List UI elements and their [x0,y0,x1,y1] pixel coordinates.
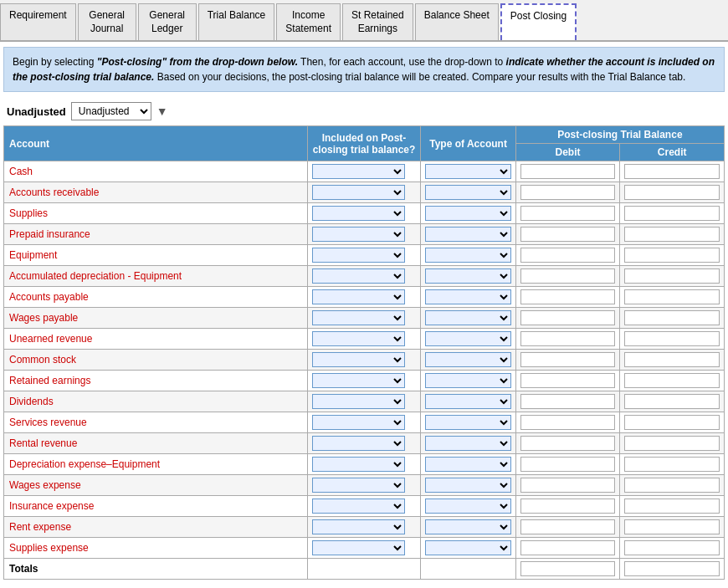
type-select[interactable]: AssetLiabilityEquityRevenueExpense [425,478,510,493]
type-dropdown-cell[interactable]: AssetLiabilityEquityRevenueExpense [421,287,515,308]
credit-cell[interactable] [620,329,725,350]
credit-input[interactable] [624,289,720,304]
credit-input[interactable] [624,268,720,284]
included-dropdown-cell[interactable]: YesNo [307,496,421,517]
included-select[interactable]: YesNo [312,185,406,200]
type-dropdown-cell[interactable]: AssetLiabilityEquityRevenueExpense [421,266,515,287]
debit-cell[interactable] [515,224,620,245]
included-select[interactable]: YesNo [312,248,406,263]
credit-cell[interactable] [620,182,725,203]
debit-input[interactable] [520,457,616,472]
debit-input[interactable] [520,352,616,367]
type-dropdown-cell[interactable]: AssetLiabilityEquityRevenueExpense [421,203,515,224]
credit-input[interactable] [624,331,720,346]
debit-input[interactable] [520,436,616,451]
credit-cell[interactable] [620,517,725,538]
credit-input[interactable] [624,394,720,409]
credit-input[interactable] [624,415,720,430]
credit-input[interactable] [624,519,720,534]
tab-balance-sheet[interactable]: Balance Sheet [415,3,499,40]
debit-input[interactable] [520,499,616,514]
type-dropdown-cell[interactable]: AssetLiabilityEquityRevenueExpense [421,496,515,517]
credit-input[interactable] [624,185,720,200]
included-dropdown-cell[interactable]: YesNo [307,182,421,203]
debit-cell[interactable] [515,329,620,350]
credit-input[interactable] [624,164,720,179]
type-dropdown-cell[interactable]: AssetLiabilityEquityRevenueExpense [421,433,515,454]
debit-input[interactable] [520,248,616,263]
credit-cell[interactable] [620,433,725,454]
included-dropdown-cell[interactable]: YesNo [307,266,421,287]
debit-input[interactable] [520,289,616,304]
included-select[interactable]: YesNo [312,227,406,242]
credit-input[interactable] [624,352,720,367]
debit-cell[interactable] [515,245,620,266]
type-select[interactable]: AssetLiabilityEquityRevenueExpense [425,499,510,514]
debit-cell[interactable] [515,182,620,203]
credit-cell[interactable] [620,203,725,224]
included-dropdown-cell[interactable]: YesNo [307,412,421,433]
included-dropdown-cell[interactable]: YesNo [307,161,421,182]
type-select[interactable]: AssetLiabilityEquityRevenueExpense [425,415,510,430]
type-select[interactable]: AssetLiabilityEquityRevenueExpense [425,457,510,472]
debit-input[interactable] [520,478,616,493]
type-select[interactable]: AssetLiabilityEquityRevenueExpense [425,206,510,221]
type-dropdown-cell[interactable]: AssetLiabilityEquityRevenueExpense [421,538,515,559]
totals-debit-input[interactable] [520,561,616,576]
type-dropdown-cell[interactable]: AssetLiabilityEquityRevenueExpense [421,308,515,329]
type-select[interactable]: AssetLiabilityEquityRevenueExpense [425,248,510,263]
tab-requirement[interactable]: Requirement [0,3,76,40]
totals-credit-input[interactable] [624,561,720,576]
credit-cell[interactable] [620,308,725,329]
type-select[interactable]: AssetLiabilityEquityRevenueExpense [425,310,510,325]
debit-input[interactable] [520,415,616,430]
debit-cell[interactable] [515,454,620,475]
type-select[interactable]: AssetLiabilityEquityRevenueExpense [425,540,510,555]
credit-input[interactable] [624,478,720,493]
included-dropdown-cell[interactable]: YesNo [307,308,421,329]
credit-input[interactable] [624,248,720,263]
type-dropdown-cell[interactable]: AssetLiabilityEquityRevenueExpense [421,245,515,266]
credit-input[interactable] [624,227,720,242]
included-select[interactable]: YesNo [312,331,406,346]
included-dropdown-cell[interactable]: YesNo [307,245,421,266]
credit-cell[interactable] [620,245,725,266]
debit-cell[interactable] [515,475,620,496]
credit-cell[interactable] [620,496,725,517]
debit-cell[interactable] [515,266,620,287]
credit-cell[interactable] [620,371,725,391]
included-dropdown-cell[interactable]: YesNo [307,538,421,559]
included-select[interactable]: YesNo [312,394,406,409]
included-dropdown-cell[interactable]: YesNo [307,371,421,391]
included-select[interactable]: YesNo [312,499,406,514]
included-dropdown-cell[interactable]: YesNo [307,454,421,475]
tab-income-statement[interactable]: IncomeStatement [276,3,341,40]
type-dropdown-cell[interactable]: AssetLiabilityEquityRevenueExpense [421,391,515,412]
debit-input[interactable] [520,185,616,200]
credit-input[interactable] [624,499,720,514]
tab-general-ledger[interactable]: GeneralLedger [138,3,197,40]
debit-cell[interactable] [515,433,620,454]
type-dropdown-cell[interactable]: AssetLiabilityEquityRevenueExpense [421,454,515,475]
type-select[interactable]: AssetLiabilityEquityRevenueExpense [425,519,510,534]
included-dropdown-cell[interactable]: YesNo [307,224,421,245]
included-select[interactable]: YesNo [312,373,406,388]
credit-cell[interactable] [620,391,725,412]
included-dropdown-cell[interactable]: YesNo [307,287,421,308]
debit-cell[interactable] [515,371,620,391]
filter-select[interactable]: Unadjusted Post-closing [71,102,151,120]
type-dropdown-cell[interactable]: AssetLiabilityEquityRevenueExpense [421,412,515,433]
credit-cell[interactable] [620,287,725,308]
type-dropdown-cell[interactable]: AssetLiabilityEquityRevenueExpense [421,182,515,203]
included-dropdown-cell[interactable]: YesNo [307,475,421,496]
included-dropdown-cell[interactable]: YesNo [307,433,421,454]
debit-cell[interactable] [515,517,620,538]
included-select[interactable]: YesNo [312,352,406,367]
debit-cell[interactable] [515,538,620,559]
credit-cell[interactable] [620,161,725,182]
debit-cell[interactable] [515,496,620,517]
tab-st-retained-earnings[interactable]: St RetainedEarnings [342,3,413,40]
debit-input[interactable] [520,331,616,346]
included-select[interactable]: YesNo [312,415,406,430]
credit-cell[interactable] [620,475,725,496]
